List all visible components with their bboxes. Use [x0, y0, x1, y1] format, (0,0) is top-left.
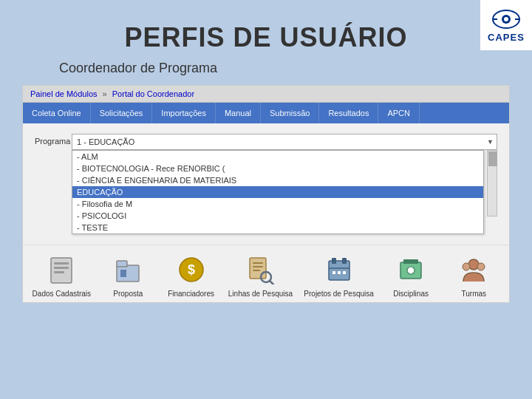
nav-importacoes[interactable]: Importações — [152, 103, 216, 123]
nav-resultados[interactable]: Resultados — [319, 103, 378, 123]
turmas-icon — [457, 253, 491, 287]
svg-rect-14 — [250, 258, 266, 279]
svg-point-31 — [463, 263, 470, 270]
body-area: Programa 1 - EDUCAÇÃO - ALM - BIOTECNOLO… — [23, 123, 509, 245]
disciplinas-label: Disciplinas — [393, 290, 429, 299]
icons-row: Dados Cadastrais Proposta $ Financiadore… — [23, 245, 509, 302]
main-content: Programa 1 - EDUCAÇÃO - ALM - BIOTECNOLO… — [30, 129, 502, 239]
scrollbar-thumb — [488, 151, 497, 166]
dropdown-scrollbar[interactable] — [487, 150, 497, 216]
nav-submissao[interactable]: Submissão — [261, 103, 319, 123]
nav-apcn[interactable]: APCN — [378, 103, 420, 123]
dropdown-item-filosofia[interactable]: - Filosofia de M — [72, 198, 483, 210]
disciplinas-icon — [394, 253, 428, 287]
icon-financiadores[interactable]: $ Financiadores — [166, 253, 217, 299]
proposta-label: Proposta — [113, 290, 143, 299]
dados-cadastrais-icon — [44, 253, 78, 287]
svg-point-32 — [477, 263, 485, 270]
page-subtitle: Coordenador de Programa — [59, 61, 532, 76]
svg-point-2 — [504, 17, 508, 21]
turmas-label: Turmas — [462, 290, 487, 299]
projetos-pesquisa-icon — [322, 253, 356, 287]
svg-rect-22 — [342, 258, 347, 264]
program-dropdown-list: - ALM - BIOTECNOLOGIA - Rece RENORBIC ( … — [72, 150, 484, 234]
icon-projetos-pesquisa[interactable]: Projetos de Pesquisa — [304, 253, 374, 299]
icon-dados-cadastrais[interactable]: Dados Cadastrais — [33, 253, 91, 299]
dropdown-item-educacao[interactable]: EDUCAÇÃO — [72, 186, 483, 198]
svg-rect-6 — [54, 262, 69, 265]
nav-manual[interactable]: Manual — [216, 103, 261, 123]
program-dropdown-selected[interactable]: 1 - EDUCAÇÃO — [72, 134, 497, 150]
dropdown-item-psicologia[interactable]: - PSICOLOGI — [72, 210, 483, 222]
linhas-pesquisa-icon — [243, 253, 277, 287]
svg-rect-11 — [120, 270, 126, 277]
svg-rect-26 — [343, 271, 346, 274]
linhas-pesquisa-label: Linhas de Pesquisa — [228, 290, 293, 299]
capes-logo: CAPES — [480, 0, 532, 50]
page-title: PERFIS DE USUÁRIO — [0, 0, 532, 61]
dropdown-item-teste[interactable]: - TESTE — [72, 222, 483, 233]
dropdown-wrapper: - ALM - BIOTECNOLOGIA - Rece RENORBIC ( … — [72, 150, 497, 234]
dropdown-item-alm[interactable]: - ALM — [72, 151, 483, 163]
content-panel: Painel de Módulos » Portal do Coordenado… — [22, 85, 510, 303]
svg-rect-24 — [332, 271, 335, 274]
capes-logo-text: CAPES — [488, 32, 525, 43]
icon-turmas[interactable]: Turmas — [448, 253, 499, 299]
icon-linhas-pesquisa[interactable]: Linhas de Pesquisa — [228, 253, 293, 299]
left-label: Programa — [35, 134, 72, 234]
capes-eye-icon — [491, 8, 521, 30]
financiadores-label: Financiadores — [168, 290, 214, 299]
icon-proposta[interactable]: Proposta — [102, 253, 154, 299]
svg-rect-25 — [338, 271, 341, 274]
svg-rect-10 — [117, 261, 127, 267]
svg-rect-7 — [54, 267, 69, 269]
breadcrumb-separator: » — [103, 89, 107, 98]
financiadores-icon: $ — [174, 253, 208, 287]
svg-rect-5 — [51, 258, 72, 283]
svg-rect-28 — [403, 259, 418, 264]
nav-bar: Coleta Online Solicitações Importações M… — [23, 103, 509, 123]
dados-cadastrais-label: Dados Cadastrais — [33, 290, 91, 299]
breadcrumb-portal[interactable]: Portal do Coordenador — [112, 89, 194, 98]
svg-text:$: $ — [188, 262, 195, 277]
svg-line-19 — [270, 281, 273, 284]
icon-disciplinas[interactable]: Disciplinas — [385, 253, 437, 299]
breadcrumb: Painel de Módulos » Portal do Coordenado… — [23, 86, 509, 103]
breadcrumb-painel[interactable]: Painel de Módulos — [30, 89, 98, 98]
nav-solicitacoes[interactable]: Solicitações — [91, 103, 153, 123]
svg-point-29 — [407, 267, 415, 274]
nav-coleta-online[interactable]: Coleta Online — [23, 103, 91, 123]
svg-rect-15 — [253, 262, 263, 264]
dropdown-item-ciencia[interactable]: - CIÊNCIA E ENGENHARIA DE MATERIAIS — [72, 174, 483, 186]
programa-label: Programa — [35, 137, 72, 146]
proposta-icon — [111, 253, 145, 287]
svg-rect-16 — [253, 266, 263, 267]
svg-rect-17 — [253, 270, 260, 271]
svg-rect-20 — [329, 261, 349, 280]
svg-rect-9 — [117, 265, 139, 282]
svg-rect-21 — [332, 258, 336, 264]
main-inner: 1 - EDUCAÇÃO - ALM - BIOTECNOLOGIA - Rec… — [72, 134, 497, 234]
svg-rect-8 — [54, 271, 64, 273]
projetos-pesquisa-label: Projetos de Pesquisa — [304, 290, 374, 299]
dropdown-item-biotec[interactable]: - BIOTECNOLOGIA - Rece RENORBIC ( — [72, 163, 483, 174]
